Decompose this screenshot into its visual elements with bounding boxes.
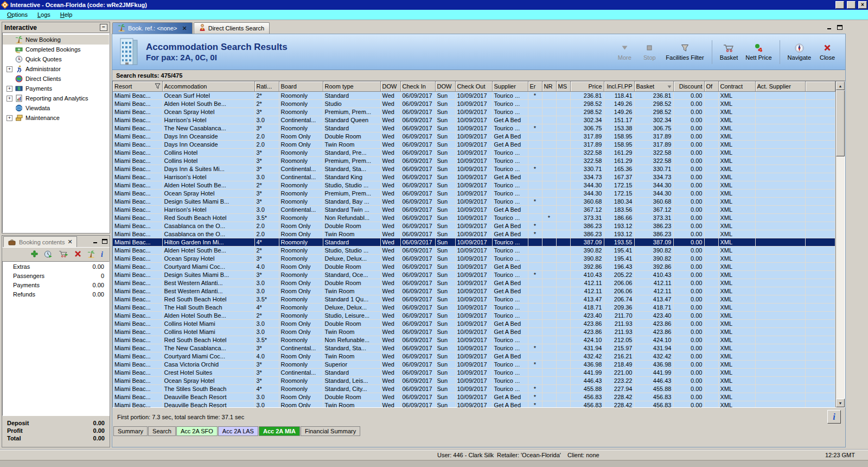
tab-financial-summary[interactable]: Financial Summary [301, 426, 360, 436]
scroll-up-icon[interactable]: ▲ [836, 81, 845, 90]
sidebar-item-new-booking[interactable]: New Booking [3, 35, 109, 45]
scrollbar-track[interactable] [836, 156, 845, 399]
table-row[interactable]: Miami Beac...Collins Hotel3*RoomonlyStan… [113, 148, 835, 156]
sidebar-item-completed-bookings[interactable]: Completed Bookings [3, 45, 109, 54]
column-header-dow[interactable]: DOW [435, 81, 455, 91]
tab-summary[interactable]: Summary [113, 426, 148, 436]
column-header-er[interactable]: Er [528, 81, 542, 91]
table-row[interactable]: Miami Beac...Collins Hotel Miami3.0Room … [113, 327, 835, 336]
tab-close-icon[interactable]: ✕ [182, 25, 187, 32]
tab-book-ref-none[interactable]: Book. ref.: <none>✕ [112, 22, 193, 34]
table-row[interactable]: Miami Beac...Courtyard Miami Coc...4.0Ro… [113, 352, 835, 360]
menu-item-options[interactable]: Options [2, 10, 33, 19]
table-row[interactable]: Miami Beac...The Stiles South Beach4*Roo… [113, 384, 835, 393]
table-row[interactable]: Miami Beac...Deauville Beach Resort3.0Ro… [113, 401, 835, 407]
table-row[interactable]: Miami Beac...Alden Hotel South Be...2*Ro… [113, 99, 835, 108]
expand-icon[interactable]: + [7, 115, 12, 121]
sidebar-item-reporting-and-analytics[interactable]: +Reporting and Analytics [3, 93, 109, 103]
minimize-button[interactable] [835, 1, 844, 9]
column-header-check-in[interactable]: Check In [400, 81, 435, 91]
basket-button[interactable]: Basket [716, 40, 742, 65]
table-row[interactable]: Miami Beac...Red South Beach Hotel3.5*Ro… [113, 336, 835, 344]
column-header-dow[interactable]: DOW [380, 81, 400, 91]
table-row[interactable]: Miami Beac...Casa Victoria Orchid3*Roomo… [113, 360, 835, 368]
menu-item-help[interactable]: Help [55, 10, 78, 19]
table-row[interactable]: Miami Beac...Alden Hotel South Be...2*Ro… [113, 311, 835, 319]
add-item-button[interactable] [31, 250, 38, 258]
column-header-rati[interactable]: Rati... [254, 81, 279, 91]
menu-item-logs[interactable]: Logs [33, 10, 55, 19]
table-row[interactable]: Miami Beac...Collins Hotel Miami3.0Room … [113, 319, 835, 327]
sidebar-item-viewdata[interactable]: Viewdata [3, 103, 109, 113]
column-header-accommodation[interactable]: Accommodation [162, 81, 254, 91]
tab-acc-2a-mia[interactable]: Acc 2A MIA [259, 426, 300, 436]
add-to-basket-button[interactable] [59, 250, 68, 259]
column-header-discount[interactable]: Discount [673, 81, 704, 91]
column-header-ms[interactable]: MS [556, 81, 570, 91]
tab-acc-2a-las[interactable]: Acc 2A LAS [218, 426, 258, 436]
column-header-resort[interactable]: Resort [113, 81, 162, 91]
restore-button[interactable] [847, 1, 856, 9]
table-row[interactable]: Miami Beac...Red South Beach Hotel3.5*Ro… [113, 295, 835, 303]
navigate-button[interactable]: Navigate [784, 40, 815, 65]
column-header-price[interactable]: Price [570, 81, 604, 91]
column-header-board[interactable]: Board [279, 81, 323, 91]
sidebar-item-payments[interactable]: +$Payments [3, 84, 109, 93]
info-button[interactable]: i [101, 250, 103, 259]
column-header-incl-fl-pp[interactable]: Incl.Fl.PP [604, 81, 634, 91]
tab-search[interactable]: Search [148, 426, 176, 436]
table-row[interactable]: Miami Beac...Collins Hotel3*RoomonlyPrem… [113, 156, 835, 165]
delete-button[interactable] [74, 250, 81, 258]
expand-icon[interactable]: + [7, 86, 12, 92]
holiday-button[interactable] [87, 250, 95, 259]
table-row[interactable]: Miami Beac...Harrison's Hotel3.0Continen… [113, 173, 835, 181]
close-button[interactable]: Close [815, 40, 840, 65]
table-row[interactable]: Miami Beac...Days Inn & Suites Mi...3*Co… [113, 165, 835, 173]
table-row[interactable]: Miami Beac...Casablanca on the O...2.0Ro… [113, 230, 835, 238]
booking-contents-tab[interactable]: Booking contents ✕ [3, 236, 77, 247]
column-header-act-supplier[interactable]: Act. Supplier [755, 81, 805, 91]
table-row[interactable]: Miami Beac...Ocean Spray Hotel3*Roomonly… [113, 376, 835, 384]
sidebar-item-direct-clients[interactable]: Direct Clients [3, 74, 109, 84]
table-row[interactable]: Miami Beac...Deauville Beach Resort3.0Ro… [113, 393, 835, 401]
table-row[interactable]: Miami Beac...Casablanca on the O...2.0Ro… [113, 222, 835, 230]
expand-icon[interactable]: + [7, 96, 12, 102]
nett-price-button[interactable]: Nett Price [742, 40, 775, 65]
table-row[interactable]: Miami Beac...Ocean Spray Hotel3*Roomonly… [113, 254, 835, 262]
column-header-of[interactable]: Of [704, 81, 718, 91]
table-row[interactable]: Miami Beac...Alden Hotel South Be...2*Ro… [113, 246, 835, 254]
table-row[interactable]: Miami Beac...Days Inn Oceanside2.0Room O… [113, 140, 835, 148]
table-row[interactable]: Miami Beac...The New Casablanca...3*Cont… [113, 344, 835, 352]
table-row[interactable]: Miami Beac...Harrison's Hotel3.0Continen… [113, 116, 835, 124]
tab-direct-clients-search[interactable]: Direct Clients Search [194, 22, 270, 34]
table-row[interactable]: Miami Beac...Harrison's Hotel3.0Continen… [113, 205, 835, 213]
table-row[interactable]: Miami Beac...Best Western Atlanti...3.0R… [113, 279, 835, 287]
table-row[interactable]: Miami Beac...Best Western Atlanti...3.0R… [113, 287, 835, 295]
scroll-down-icon[interactable]: ▼ [836, 399, 845, 407]
table-row[interactable]: Miami Beac...The New Casablanca...3*Room… [113, 124, 835, 132]
table-row[interactable]: Miami Beac...Courtyard Miami Coc...4.0Ro… [113, 262, 835, 270]
sidebar-item-quick-quotes[interactable]: Quick Quotes [3, 54, 109, 64]
table-row[interactable]: Miami Beac...The Hall South Beach4*Roomo… [113, 303, 835, 311]
panel-maximize-icon[interactable] [837, 24, 843, 31]
table-row[interactable]: Miami Beac...Ocean Spray Hotel3*Roomonly… [113, 189, 835, 197]
table-row[interactable]: Miami Beac...Ocean Surf Hotel2*RoomonlyS… [113, 91, 835, 99]
table-row[interactable]: Miami Beac...Design Suites Miami B...3*R… [113, 197, 835, 205]
table-row[interactable]: Miami Beac...Ocean Spray Hotel3*Roomonly… [113, 108, 835, 116]
table-row[interactable]: Miami Beac...Design Suites Miami B...3*R… [113, 270, 835, 279]
column-header-supplier[interactable]: Supplier [492, 81, 528, 91]
info-button[interactable]: i [827, 410, 841, 424]
table-row[interactable]: Miami Beac...Crest Hotel Suites3*Contine… [113, 368, 835, 376]
column-header-basket[interactable]: Basket [634, 81, 673, 91]
close-window-button[interactable]: × [858, 1, 867, 9]
table-row[interactable]: Miami Beac...Days Inn Oceanside2.0Room O… [113, 132, 835, 140]
column-header-check-out[interactable]: Check Out [455, 81, 492, 91]
column-header-nr[interactable]: NR [542, 81, 556, 91]
table-row[interactable]: Miami Beac...Hilton Garden Inn Mi...4*Ro… [113, 238, 835, 246]
table-row[interactable]: Miami Beac...Alden Hotel South Be...2*Ro… [113, 181, 835, 189]
table-row[interactable]: Miami Beac...Red South Beach Hotel3.5*Ro… [113, 213, 835, 222]
scrollbar-thumb[interactable] [836, 90, 845, 156]
sidebar-item-maintenance[interactable]: +Maintenance [3, 113, 109, 123]
quick-quote-button[interactable] [44, 250, 53, 259]
column-header-contract[interactable]: Contract [718, 81, 755, 91]
